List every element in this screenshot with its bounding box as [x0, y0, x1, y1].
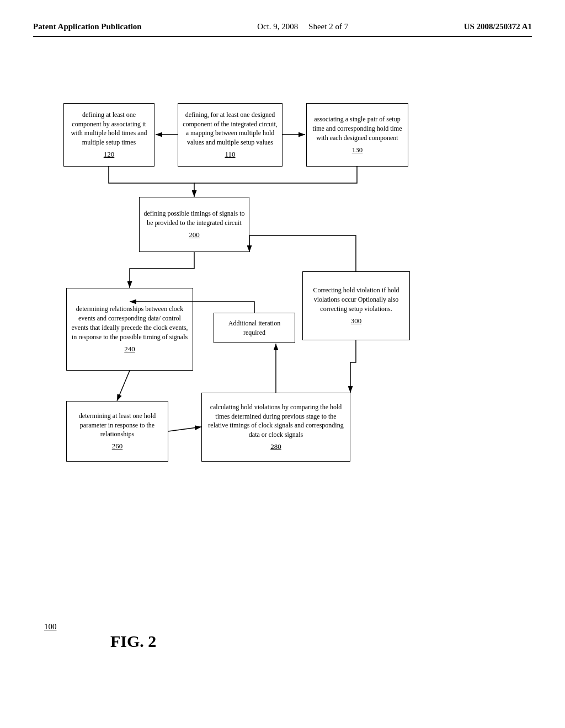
box-200: defining possible timings of signals to … — [139, 197, 249, 252]
sheet-info: Sheet 2 of 7 — [308, 22, 348, 31]
header-center: Oct. 9, 2008 Sheet 2 of 7 — [257, 22, 348, 31]
box-130: associating a single pair of setup time … — [306, 103, 408, 167]
svg-line-4 — [168, 427, 201, 431]
publication-title: Patent Application Publication — [33, 22, 142, 31]
box-additional-iteration: Additional iteration required — [214, 313, 295, 343]
patent-number: US 2008/250372 A1 — [464, 22, 532, 31]
figure-label: FIG. 2 — [110, 632, 156, 651]
page: Patent Application Publication Oct. 9, 2… — [0, 0, 565, 728]
svg-line-3 — [117, 371, 130, 401]
ref-label-100: 100 — [44, 622, 57, 631]
box-120: defining at least one component by assoc… — [63, 103, 154, 167]
box-110: defining, for at least one designed comp… — [178, 103, 282, 167]
box-240: determining relationships between clock … — [66, 288, 193, 371]
publication-date: Oct. 9, 2008 — [257, 22, 298, 31]
flowchart-diagram: defining at least one component by assoc… — [33, 81, 532, 511]
page-header: Patent Application Publication Oct. 9, 2… — [33, 22, 532, 37]
box-280: calculating hold violations by comparing… — [201, 393, 350, 462]
box-260: determining at least one hold parameter … — [66, 401, 168, 462]
box-300: Correcting hold violation if hold violat… — [302, 271, 410, 340]
